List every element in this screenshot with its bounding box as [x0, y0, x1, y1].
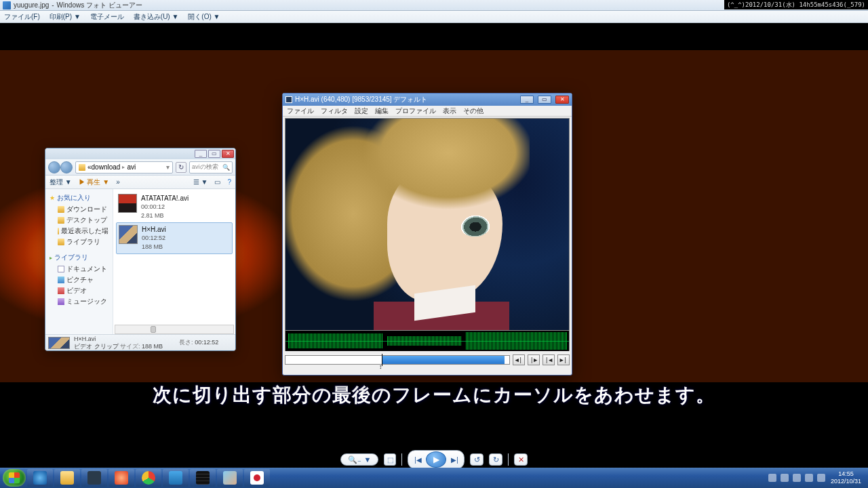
- tray-icon[interactable]: [768, 474, 776, 482]
- tray-icon[interactable]: [793, 474, 801, 482]
- horizontal-scrollbar[interactable]: [115, 325, 234, 334]
- address-bar[interactable]: « download ▸ avi ▾: [75, 161, 173, 174]
- editor-menu-profile[interactable]: プロファイル: [395, 106, 436, 116]
- editor-menu-file[interactable]: ファイル: [287, 106, 314, 116]
- organize-menu[interactable]: 整理 ▼: [50, 178, 72, 187]
- sidebar-item-downloads[interactable]: ダウンロード: [47, 204, 111, 215]
- sidebar-item-desktop[interactable]: デスクトップ: [47, 215, 111, 226]
- audio-waveform[interactable]: [285, 331, 570, 351]
- sidebar-item-music[interactable]: ミュージック: [47, 296, 111, 307]
- sidebar-item-libraries-fav[interactable]: ライブラリ: [47, 237, 111, 247]
- sidebar-favorites-header[interactable]: お気に入り: [47, 192, 111, 204]
- explorer-navbar: « download ▸ avi ▾ ↻ aviの検索: [45, 159, 235, 176]
- explorer-file-list[interactable]: ATATATATA!.avi 00:00:12 2.81 MB H×H.avi …: [113, 189, 235, 334]
- start-button[interactable]: [3, 469, 26, 487]
- tray-icon[interactable]: [805, 474, 813, 482]
- menu-file[interactable]: ファイル(F): [4, 12, 40, 22]
- rotate-right-button[interactable]: ↻: [489, 453, 502, 466]
- explorer-titlebar[interactable]: _ ▭ ✕: [45, 148, 235, 159]
- taskbar-explorer[interactable]: [54, 469, 80, 487]
- menu-email[interactable]: 電子メール: [90, 12, 124, 22]
- mark-out-button[interactable]: ▶|: [557, 354, 570, 365]
- slideshow-group: |◀ ▶ ▶|: [408, 450, 465, 469]
- search-input[interactable]: aviの検索: [189, 161, 233, 174]
- tray-icon[interactable]: [781, 474, 789, 482]
- sidebar-libraries-header[interactable]: ライブラリ: [47, 251, 111, 264]
- mark-in-button[interactable]: |◀: [542, 354, 555, 365]
- subtitle-caption: 次に切り出す部分の最後のフレームにカーソルをあわせます。: [0, 382, 868, 408]
- system-tray[interactable]: [768, 474, 825, 482]
- editor-menu-other[interactable]: その他: [463, 106, 484, 116]
- file-item[interactable]: H×H.avi 00:12:52 188 MB: [116, 222, 233, 254]
- preview-pane-button[interactable]: ▭: [214, 178, 220, 186]
- photo-viewer-app-icon: [3, 1, 11, 9]
- prev-image-button[interactable]: |◀: [410, 453, 425, 466]
- explorer-sidebar: お気に入り ダウンロード デスクトップ 最近表示した場 ライブラリ ライブラリ …: [45, 189, 113, 334]
- menu-print[interactable]: 印刷(P) ▼: [50, 12, 81, 22]
- photo-viewer-filename: yuugure.jpg: [14, 1, 49, 9]
- explorer-max-button[interactable]: ▭: [208, 150, 220, 158]
- photo-viewer-canvas: 次に切り出す部分の最後のフレームにカーソルをあわせます。 _ ▭ ✕ « dow…: [0, 23, 868, 443]
- sidebar-item-pictures[interactable]: ピクチャ: [47, 274, 111, 285]
- zoom-control[interactable]: 🔍₋▼: [340, 453, 379, 466]
- editor-title-text: H×H.avi (640,480) [9853/23145] デフォルト: [295, 95, 427, 104]
- taskbar-app-blue[interactable]: [163, 469, 189, 487]
- menu-open[interactable]: 開く(O) ▼: [188, 12, 220, 22]
- taskbar[interactable]: 14:55 2012/10/31: [0, 468, 868, 488]
- editor-titlebar[interactable]: H×H.avi (640,480) [9853/23145] デフォルト _ ▭…: [283, 94, 572, 106]
- timeline-cursor[interactable]: [382, 354, 382, 366]
- taskbar-photo-viewer[interactable]: [217, 469, 243, 487]
- editor-timeline-controls: ◀| |▶ |◀ ▶|: [285, 354, 570, 366]
- explorer-status-bar: H×H.avi ビデオ クリップ サイズ: 188 MB 長さ: 00:12:5…: [45, 334, 235, 350]
- explorer-window[interactable]: _ ▭ ✕ « download ▸ avi ▾ ↻ aviの検索 整理 ▼ ▶…: [45, 148, 236, 351]
- next-image-button[interactable]: ▶|: [447, 453, 462, 466]
- tray-volume-icon[interactable]: [817, 474, 825, 482]
- editor-menu-filter[interactable]: フィルタ: [321, 106, 348, 116]
- editor-menubar: ファイル フィルタ 設定 編集 プロファイル 表示 その他: [283, 106, 572, 117]
- timeline-selection: [382, 356, 505, 364]
- photo-viewer-controls: 🔍₋▼ ⬚ |◀ ▶ ▶| ↺ ↻ ✕: [0, 451, 868, 468]
- editor-close-button[interactable]: ✕: [555, 96, 569, 104]
- recorder-overlay: (^_^)2012/10/31(水) 14h55m45s436(_579): [724, 0, 868, 9]
- rotate-left-button[interactable]: ↺: [470, 453, 484, 466]
- taskbar-ime[interactable]: [244, 469, 270, 487]
- video-thumbnail-icon: [118, 194, 137, 213]
- photo-viewer-appname: Windows フォト ビューアー: [57, 1, 142, 10]
- view-menu[interactable]: ☰ ▼: [193, 178, 208, 186]
- status-thumbnail-icon: [48, 337, 70, 349]
- nav-forward-button[interactable]: [60, 161, 73, 174]
- menu-burn[interactable]: 書き込み(U) ▼: [134, 12, 179, 22]
- prev-frame-button[interactable]: ◀|: [513, 354, 525, 365]
- editor-menu-view[interactable]: 表示: [443, 106, 456, 116]
- sidebar-item-documents[interactable]: ドキュメント: [47, 264, 111, 274]
- video-editor-window[interactable]: H×H.avi (640,480) [9853/23145] デフォルト _ ▭…: [282, 93, 572, 375]
- taskbar-chrome[interactable]: [136, 469, 161, 487]
- sidebar-item-recent[interactable]: 最近表示した場: [47, 226, 111, 237]
- next-frame-button[interactable]: |▶: [528, 354, 540, 365]
- editor-app-icon: [285, 96, 292, 103]
- editor-menu-edit[interactable]: 編集: [375, 106, 389, 116]
- video-preview: [285, 118, 570, 331]
- play-slideshow-button[interactable]: ▶: [426, 451, 446, 468]
- fit-button[interactable]: ⬚: [384, 453, 396, 466]
- nav-back-button[interactable]: [48, 161, 60, 174]
- editor-menu-settings[interactable]: 設定: [355, 106, 368, 116]
- timeline-seekbar[interactable]: [285, 355, 510, 365]
- editor-min-button[interactable]: _: [520, 96, 534, 104]
- play-menu[interactable]: ▶ 再生 ▼: [79, 178, 109, 187]
- taskbar-aviutl[interactable]: [190, 469, 216, 487]
- toolbar-more[interactable]: »: [116, 178, 120, 186]
- file-item[interactable]: ATATATATA!.avi 00:00:12 2.81 MB: [116, 192, 233, 222]
- taskbar-ie[interactable]: [27, 469, 53, 487]
- taskbar-clock[interactable]: 14:55 2012/10/31: [827, 470, 865, 485]
- explorer-min-button[interactable]: _: [195, 150, 207, 158]
- editor-max-button[interactable]: ▭: [538, 96, 551, 104]
- taskbar-app-red[interactable]: [108, 469, 134, 487]
- folder-icon: [79, 164, 85, 171]
- refresh-button[interactable]: ↻: [176, 162, 186, 173]
- taskbar-steam[interactable]: [81, 469, 107, 487]
- delete-button[interactable]: ✕: [514, 453, 528, 466]
- explorer-close-button[interactable]: ✕: [222, 150, 234, 158]
- sidebar-item-videos[interactable]: ビデオ: [47, 285, 111, 296]
- help-button[interactable]: ?: [227, 178, 231, 186]
